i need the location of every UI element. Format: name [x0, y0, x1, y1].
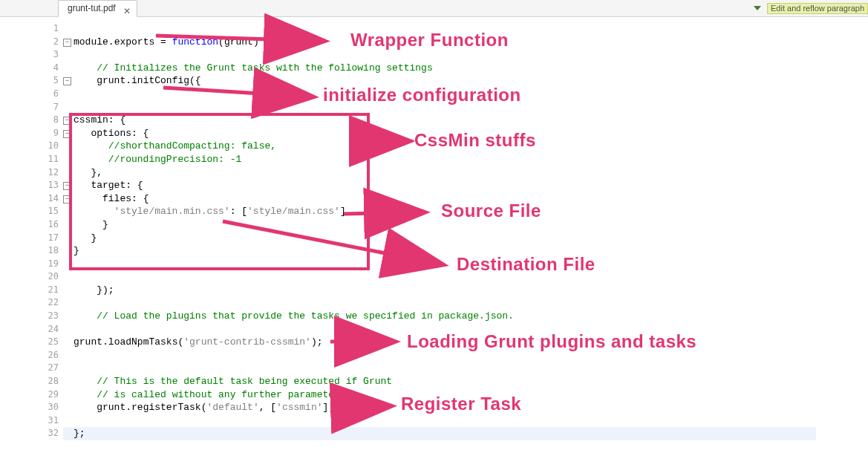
code-line: }); [63, 284, 816, 297]
line-number: 31 [41, 414, 63, 428]
line-number: 5 [41, 74, 63, 88]
line-number: 13 [41, 179, 63, 192]
line-number: 12 [41, 166, 63, 180]
tab-grunt-tut[interactable]: grunt-tut.pdf ✕ [58, 0, 137, 17]
annotation-register: Register Task [401, 394, 521, 414]
line-number: 29 [41, 388, 63, 402]
code-line: }; [63, 427, 816, 440]
code-line: // Load the plugins that provide the tas… [63, 310, 816, 323]
line-number: 7 [41, 101, 63, 114]
line-number: 26 [41, 349, 63, 362]
line-number: 23 [41, 310, 63, 323]
code-line: // Initializes the Grunt tasks with the … [63, 62, 816, 75]
line-number: 28 [41, 375, 63, 388]
line-number: 15 [41, 205, 63, 218]
annotation-init: initialize configuration [323, 85, 521, 105]
line-number: 8 [41, 114, 63, 127]
sticky-note-label: Edit and reflow paragraph [771, 4, 864, 13]
line-gutter: 1234567891011121314151617181920212223242… [41, 22, 63, 440]
line-number: 30 [41, 401, 63, 414]
code-line [63, 414, 816, 428]
code-line: // This is the default task being execut… [63, 375, 816, 388]
code-line [63, 296, 816, 310]
annotation-source: Source File [441, 201, 541, 221]
code-line [63, 270, 816, 284]
line-number: 3 [41, 48, 63, 62]
line-number: 6 [41, 88, 63, 101]
line-number: 18 [41, 244, 63, 258]
close-icon[interactable]: ✕ [123, 4, 131, 19]
line-number: 14 [41, 192, 63, 206]
line-number: 17 [41, 232, 63, 245]
line-number: 32 [41, 427, 63, 440]
annotation-dest: Destination File [457, 254, 595, 275]
chevron-down-icon[interactable] [754, 6, 761, 10]
line-number: 2 [41, 36, 63, 49]
annotation-cssmin: CssMin stuffs [414, 130, 536, 151]
line-number: 11 [41, 153, 63, 166]
line-number: 20 [41, 270, 63, 284]
cssmin-highlight-box [69, 113, 370, 270]
code-line [63, 362, 816, 375]
line-number: 25 [41, 336, 63, 349]
sticky-note-button[interactable]: Edit and reflow paragraph [767, 3, 868, 14]
line-number: 4 [41, 62, 63, 75]
top-right-tools: Edit and reflow paragraph [754, 0, 868, 16]
line-number: 19 [41, 258, 63, 271]
line-number: 16 [41, 218, 63, 232]
line-number: 24 [41, 323, 63, 336]
tab-bar: grunt-tut.pdf ✕ Edit and reflow paragrap… [0, 0, 868, 17]
line-number: 10 [41, 140, 63, 153]
line-number: 21 [41, 284, 63, 297]
line-number: 1 [41, 22, 63, 36]
tab-label: grunt-tut.pdf [68, 3, 116, 13]
line-number: 27 [41, 362, 63, 375]
line-number: 9 [41, 127, 63, 140]
annotation-loading: Loading Grunt plugins and tasks [407, 331, 696, 352]
line-number: 22 [41, 296, 63, 310]
annotation-wrapper: Wrapper Function [350, 30, 509, 50]
